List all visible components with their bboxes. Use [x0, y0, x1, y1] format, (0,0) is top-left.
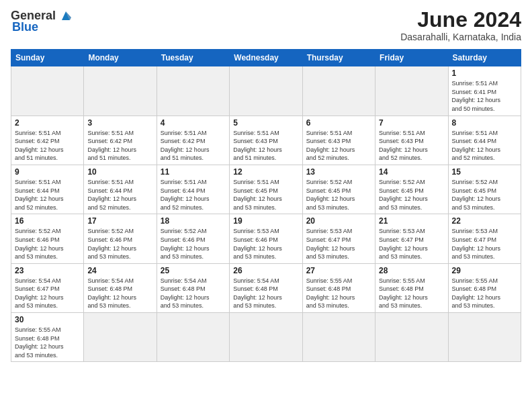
calendar-subtitle: Dasarahalli, Karnataka, India — [400, 32, 521, 42]
day-info: Sunrise: 5:55 AM Sunset: 6:48 PM Dayligh… — [452, 277, 517, 310]
day-number: 15 — [452, 167, 517, 177]
logo-triangle-icon — [58, 8, 73, 23]
table-row — [375, 66, 448, 116]
day-number: 11 — [161, 167, 226, 177]
day-number: 23 — [15, 266, 80, 275]
day-number: 26 — [233, 266, 298, 275]
day-info: Sunrise: 5:52 AM Sunset: 6:45 PM Dayligh… — [306, 178, 371, 212]
day-number: 12 — [233, 167, 298, 177]
day-number: 22 — [452, 216, 517, 226]
day-number: 28 — [379, 266, 444, 275]
table-row: 4Sunrise: 5:51 AM Sunset: 6:42 PM Daylig… — [157, 116, 229, 165]
day-number: 14 — [379, 167, 444, 177]
day-number: 13 — [306, 167, 371, 177]
day-number: 20 — [306, 216, 371, 226]
day-number: 18 — [161, 216, 226, 226]
table-row: 2Sunrise: 5:51 AM Sunset: 6:42 PM Daylig… — [11, 116, 84, 165]
day-info: Sunrise: 5:51 AM Sunset: 6:43 PM Dayligh… — [233, 129, 298, 163]
col-monday: Monday — [84, 50, 157, 66]
day-number: 24 — [87, 266, 152, 275]
day-info: Sunrise: 5:51 AM Sunset: 6:43 PM Dayligh… — [306, 129, 371, 163]
day-number: 30 — [15, 315, 80, 324]
table-row: 11Sunrise: 5:51 AM Sunset: 6:44 PM Dayli… — [157, 165, 229, 214]
table-row — [302, 66, 375, 116]
table-row — [157, 66, 229, 116]
table-row — [230, 66, 302, 116]
calendar-table: Sunday Monday Tuesday Wednesday Thursday… — [11, 49, 521, 362]
day-info: Sunrise: 5:51 AM Sunset: 6:42 PM Dayligh… — [15, 129, 80, 163]
day-info: Sunrise: 5:55 AM Sunset: 6:48 PM Dayligh… — [15, 326, 80, 359]
page: General Blue June 2024 Dasarahalli, Karn… — [0, 0, 532, 369]
day-info: Sunrise: 5:51 AM Sunset: 6:45 PM Dayligh… — [233, 178, 298, 212]
table-row — [375, 313, 448, 362]
day-info: Sunrise: 5:52 AM Sunset: 6:46 PM Dayligh… — [87, 227, 152, 261]
table-row: 5Sunrise: 5:51 AM Sunset: 6:43 PM Daylig… — [230, 116, 302, 165]
day-number: 8 — [452, 118, 517, 128]
day-number: 21 — [379, 216, 444, 226]
col-tuesday: Tuesday — [157, 50, 229, 66]
table-row: 22Sunrise: 5:53 AM Sunset: 6:47 PM Dayli… — [448, 214, 521, 263]
day-info: Sunrise: 5:54 AM Sunset: 6:47 PM Dayligh… — [15, 277, 80, 310]
day-info: Sunrise: 5:53 AM Sunset: 6:47 PM Dayligh… — [452, 227, 517, 261]
day-number: 9 — [15, 167, 80, 177]
day-number: 3 — [87, 118, 152, 128]
day-number: 16 — [15, 216, 80, 226]
table-row: 24Sunrise: 5:54 AM Sunset: 6:48 PM Dayli… — [84, 263, 157, 312]
table-row: 20Sunrise: 5:53 AM Sunset: 6:47 PM Dayli… — [302, 214, 375, 263]
day-info: Sunrise: 5:51 AM Sunset: 6:42 PM Dayligh… — [161, 129, 226, 163]
day-number: 1 — [452, 68, 517, 78]
table-row: 30Sunrise: 5:55 AM Sunset: 6:48 PM Dayli… — [11, 313, 84, 362]
day-number: 17 — [87, 216, 152, 226]
day-number: 4 — [161, 118, 226, 128]
day-info: Sunrise: 5:54 AM Sunset: 6:48 PM Dayligh… — [87, 277, 152, 310]
calendar-title: June 2024 — [400, 8, 521, 32]
col-thursday: Thursday — [302, 50, 375, 66]
logo-blue: Blue — [12, 20, 38, 34]
table-row: 9Sunrise: 5:51 AM Sunset: 6:44 PM Daylig… — [11, 165, 84, 214]
table-row — [302, 313, 375, 362]
day-info: Sunrise: 5:54 AM Sunset: 6:48 PM Dayligh… — [161, 277, 226, 310]
table-row — [11, 66, 84, 116]
day-info: Sunrise: 5:51 AM Sunset: 6:44 PM Dayligh… — [452, 129, 517, 163]
table-row: 23Sunrise: 5:54 AM Sunset: 6:47 PM Dayli… — [11, 263, 84, 312]
table-row — [448, 313, 521, 362]
day-info: Sunrise: 5:53 AM Sunset: 6:47 PM Dayligh… — [306, 227, 371, 261]
day-number: 5 — [233, 118, 298, 128]
logo-area: General Blue — [11, 8, 73, 34]
day-number: 29 — [452, 266, 517, 275]
table-row: 14Sunrise: 5:52 AM Sunset: 6:45 PM Dayli… — [375, 165, 448, 214]
table-row: 28Sunrise: 5:55 AM Sunset: 6:48 PM Dayli… — [375, 263, 448, 312]
day-info: Sunrise: 5:51 AM Sunset: 6:41 PM Dayligh… — [452, 79, 517, 113]
table-row — [84, 66, 157, 116]
day-info: Sunrise: 5:53 AM Sunset: 6:46 PM Dayligh… — [233, 227, 298, 261]
table-row: 27Sunrise: 5:55 AM Sunset: 6:48 PM Dayli… — [302, 263, 375, 312]
day-info: Sunrise: 5:55 AM Sunset: 6:48 PM Dayligh… — [379, 277, 444, 310]
table-row: 19Sunrise: 5:53 AM Sunset: 6:46 PM Dayli… — [230, 214, 302, 263]
day-info: Sunrise: 5:52 AM Sunset: 6:46 PM Dayligh… — [15, 227, 80, 261]
table-row: 1Sunrise: 5:51 AM Sunset: 6:41 PM Daylig… — [448, 66, 521, 116]
table-row: 29Sunrise: 5:55 AM Sunset: 6:48 PM Dayli… — [448, 263, 521, 312]
title-area: June 2024 Dasarahalli, Karnataka, India — [400, 8, 521, 42]
table-row: 13Sunrise: 5:52 AM Sunset: 6:45 PM Dayli… — [302, 165, 375, 214]
table-row: 8Sunrise: 5:51 AM Sunset: 6:44 PM Daylig… — [448, 116, 521, 165]
day-info: Sunrise: 5:52 AM Sunset: 6:45 PM Dayligh… — [379, 178, 444, 212]
day-number: 27 — [306, 266, 371, 275]
day-number: 6 — [306, 118, 371, 128]
table-row: 25Sunrise: 5:54 AM Sunset: 6:48 PM Dayli… — [157, 263, 229, 312]
table-row — [84, 313, 157, 362]
table-row: 6Sunrise: 5:51 AM Sunset: 6:43 PM Daylig… — [302, 116, 375, 165]
day-info: Sunrise: 5:55 AM Sunset: 6:48 PM Dayligh… — [306, 277, 371, 310]
day-info: Sunrise: 5:51 AM Sunset: 6:44 PM Dayligh… — [161, 178, 226, 212]
day-info: Sunrise: 5:52 AM Sunset: 6:46 PM Dayligh… — [161, 227, 226, 261]
day-info: Sunrise: 5:51 AM Sunset: 6:44 PM Dayligh… — [15, 178, 80, 212]
day-info: Sunrise: 5:51 AM Sunset: 6:44 PM Dayligh… — [87, 178, 152, 212]
table-row: 17Sunrise: 5:52 AM Sunset: 6:46 PM Dayli… — [84, 214, 157, 263]
table-row: 21Sunrise: 5:53 AM Sunset: 6:47 PM Dayli… — [375, 214, 448, 263]
day-info: Sunrise: 5:51 AM Sunset: 6:43 PM Dayligh… — [379, 129, 444, 163]
day-number: 7 — [379, 118, 444, 128]
day-number: 25 — [161, 266, 226, 275]
table-row — [230, 313, 302, 362]
day-info: Sunrise: 5:51 AM Sunset: 6:42 PM Dayligh… — [87, 129, 152, 163]
table-row: 26Sunrise: 5:54 AM Sunset: 6:48 PM Dayli… — [230, 263, 302, 312]
table-row — [157, 313, 229, 362]
